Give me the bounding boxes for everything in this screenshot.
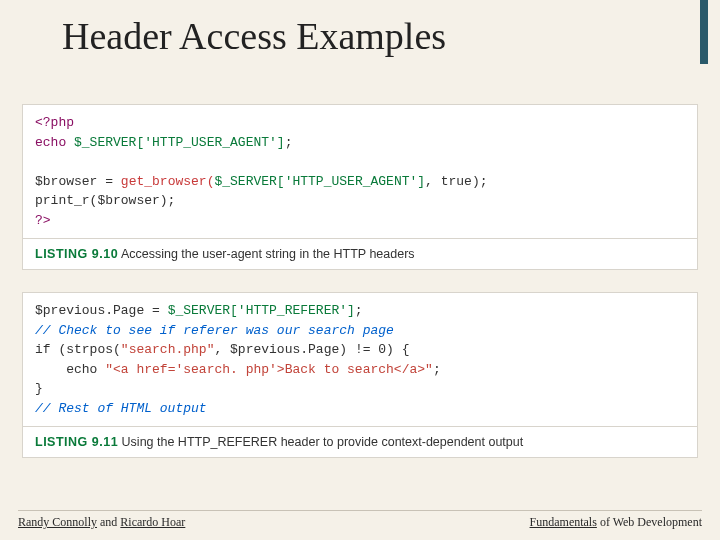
code-text: get_browser( (121, 174, 215, 189)
code-text: $browser = (35, 174, 121, 189)
author-name: Randy Connolly (18, 515, 97, 529)
code-text: ; (433, 362, 441, 377)
listing-text: Using the HTTP_REFERER header to provide… (122, 435, 524, 449)
code-text: <?php (35, 115, 74, 130)
code-text: ; (355, 303, 363, 318)
code-text: } (35, 381, 43, 396)
accent-bar (700, 0, 708, 64)
author-name: Ricardo Hoar (120, 515, 185, 529)
code-text: "search.php" (121, 342, 215, 357)
footer-book: Fundamentals of Web Development (530, 515, 702, 530)
code-comment: // Rest of HTML output (35, 401, 207, 416)
code-text: $_SERVER['HTTP_USER_AGENT'] (74, 135, 285, 150)
footer-authors: Randy Connolly and Ricardo Hoar (18, 515, 185, 530)
code-text: ; (285, 135, 293, 150)
code-text: , $previous.Page) != 0) { (214, 342, 409, 357)
code-block-1: <?php echo $_SERVER['HTTP_USER_AGENT']; … (22, 104, 698, 239)
book-title-part: Fundamentals (530, 515, 597, 529)
footer-text: and (97, 515, 120, 529)
code-text: if (strpos( (35, 342, 121, 357)
slide-title: Header Access Examples (0, 0, 720, 58)
code-text: echo (35, 135, 74, 150)
code-comment: // Check to see if referer was our searc… (35, 323, 394, 338)
book-title-part: of Web Development (597, 515, 702, 529)
code-block-2: $previous.Page = $_SERVER['HTTP_REFERER'… (22, 292, 698, 427)
listing-text: Accessing the user-agent string in the H… (121, 247, 415, 261)
content-area: <?php echo $_SERVER['HTTP_USER_AGENT']; … (0, 58, 720, 458)
listing-label: LISTING 9.11 (35, 435, 118, 449)
code-text: ?> (35, 213, 51, 228)
listing-caption-2: LISTING 9.11 Using the HTTP_REFERER head… (22, 427, 698, 458)
code-text: $_SERVER['HTTP_USER_AGENT'] (214, 174, 425, 189)
code-text: "<a href='search. php'>Back to search</a… (105, 362, 433, 377)
code-text: $previous.Page = (35, 303, 168, 318)
listing-label: LISTING 9.10 (35, 247, 118, 261)
code-text: echo (35, 362, 105, 377)
code-text: print_r($browser); (35, 193, 175, 208)
spacer (22, 270, 698, 292)
slide-footer: Randy Connolly and Ricardo Hoar Fundamen… (18, 510, 702, 530)
code-text: , true); (425, 174, 487, 189)
listing-caption-1: LISTING 9.10 Accessing the user-agent st… (22, 239, 698, 270)
code-text: $_SERVER['HTTP_REFERER'] (168, 303, 355, 318)
